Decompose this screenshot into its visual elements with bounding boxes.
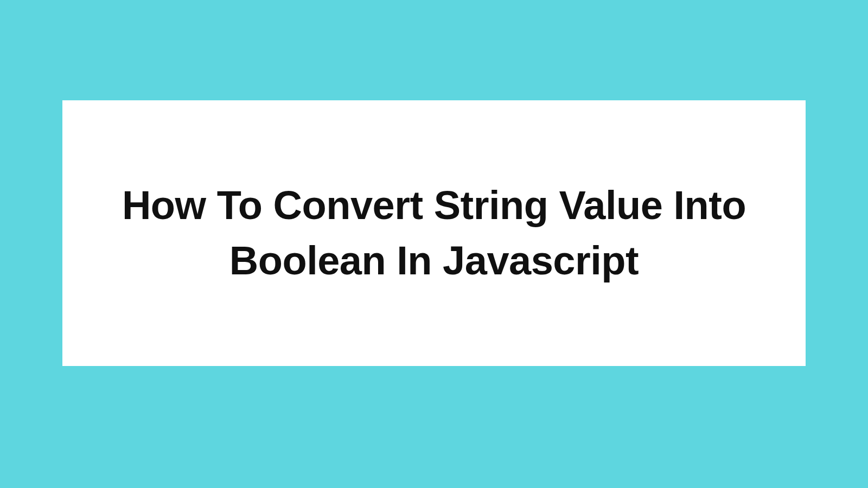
title-card: How To Convert String Value Into Boolean… xyxy=(62,100,806,366)
page-title: How To Convert String Value Into Boolean… xyxy=(117,178,751,288)
